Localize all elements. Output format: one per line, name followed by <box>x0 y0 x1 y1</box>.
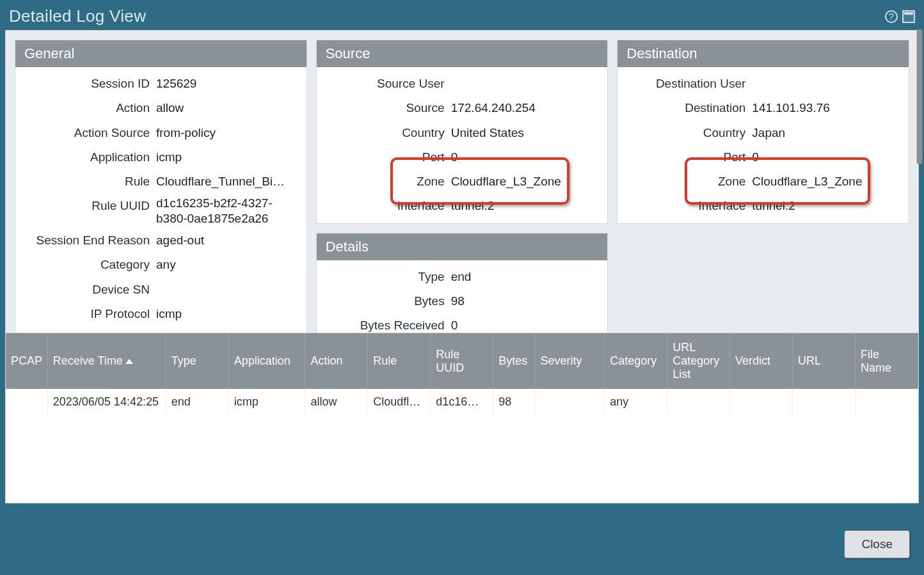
kv-value: 125629 <box>156 74 300 94</box>
table-cell: end <box>166 389 228 415</box>
table-cell: d1c16… <box>431 389 493 415</box>
panel-title-general: General <box>15 40 307 67</box>
kv-value: Cloudflare_Tunnel_Bi… <box>156 171 300 192</box>
panel-title-destination: Destination <box>617 40 909 67</box>
kv-label: Action <box>15 98 150 118</box>
kv-value: 0 <box>752 147 902 168</box>
table-header[interactable]: Application <box>228 333 305 389</box>
kv-value: 0 <box>451 147 601 168</box>
kv-label: Session ID <box>15 74 150 94</box>
table-cell <box>855 389 918 415</box>
panel-details: Details TypeendBytes98Bytes Received0 <box>316 233 609 333</box>
kv-label: Zone <box>617 171 745 192</box>
table-header[interactable]: Rule <box>368 333 431 389</box>
kv-label: Type <box>317 267 445 287</box>
table-header[interactable]: File Name <box>855 333 918 389</box>
kv-label: Interface <box>617 196 745 216</box>
kv-label: Category <box>15 255 150 275</box>
kv-label: Interface <box>317 196 445 216</box>
kv-label: Source User <box>317 74 445 94</box>
table-header[interactable]: Action <box>305 333 368 389</box>
kv-label: Session End Reason <box>15 230 150 251</box>
table-header[interactable]: Type <box>166 333 228 389</box>
panel-general: General Session ID125629ActionallowActio… <box>15 40 307 333</box>
table-cell: 98 <box>493 389 535 415</box>
table-header[interactable]: URL Category List <box>667 333 730 389</box>
kv-label: Destination User <box>617 74 745 94</box>
table-cell <box>535 389 605 415</box>
table-header[interactable]: Severity <box>535 333 605 389</box>
kv-label: Bytes <box>317 291 445 311</box>
panel-title-details: Details <box>317 233 608 260</box>
table-cell: any <box>605 389 667 415</box>
table-cell: 2023/06/05 14:42:25 <box>47 389 166 415</box>
table-cell <box>793 389 856 415</box>
table-header[interactable]: Bytes <box>493 333 535 389</box>
kv-label: Country <box>317 123 445 143</box>
kv-value: 98 <box>451 291 601 311</box>
modal-header: Detailed Log View ? <box>0 0 924 30</box>
kv-value: icmp <box>156 304 300 324</box>
panel-source: Source Source UserSource172.64.240.254Co… <box>316 40 609 224</box>
kv-label: Log Action <box>15 328 150 333</box>
kv-label: Country <box>617 123 745 143</box>
table-cell: icmp <box>228 389 305 415</box>
table-cell <box>6 389 47 415</box>
kv-value: United States <box>451 123 601 143</box>
kv-value: from-policy <box>156 123 300 143</box>
kv-label: Port <box>617 147 745 168</box>
table-header[interactable]: Verdict <box>730 333 793 389</box>
kv-value: tunnel.2 <box>752 196 902 216</box>
kv-value: 0 <box>451 315 601 333</box>
kv-label: Zone <box>317 171 445 192</box>
modal-footer: Close <box>844 530 910 558</box>
kv-value: any <box>156 255 300 275</box>
svg-text:?: ? <box>889 12 894 22</box>
log-table[interactable]: PCAPReceive TimeTypeApplicationActionRul… <box>6 333 918 503</box>
panels-area: General Session ID125629ActionallowActio… <box>6 31 918 333</box>
help-icon[interactable]: ? <box>884 10 898 24</box>
table-cell: Cloudfl… <box>368 389 431 415</box>
kv-value: tunnel.2 <box>451 196 601 216</box>
table-cell: allow <box>305 389 368 415</box>
kv-label: Rule <box>15 171 150 192</box>
kv-value: aged-out <box>156 230 300 251</box>
kv-value <box>156 280 300 300</box>
kv-value: end <box>451 267 601 287</box>
kv-value: allow <box>156 98 300 118</box>
kv-label: IP Protocol <box>15 304 150 324</box>
kv-label: Port <box>317 147 445 168</box>
kv-label: Bytes Received <box>317 315 445 333</box>
table-header[interactable]: Receive Time <box>47 333 166 389</box>
kv-value: Japan <box>752 123 902 143</box>
panel-destination: Destination Destination UserDestination1… <box>617 40 909 224</box>
kv-value <box>156 328 300 333</box>
scrollbar[interactable] <box>916 29 923 164</box>
kv-label: Action Source <box>15 123 150 143</box>
kv-value: Cloudflare_L3_Zone <box>752 171 902 192</box>
kv-value: 141.101.93.76 <box>752 98 902 118</box>
maximize-icon[interactable] <box>902 10 915 23</box>
kv-value: icmp <box>156 147 300 168</box>
table-header[interactable]: PCAP <box>6 333 47 389</box>
kv-value <box>752 74 902 94</box>
kv-label: Destination <box>617 98 745 118</box>
kv-label: Rule UUID <box>15 196 150 226</box>
table-header[interactable]: Category <box>605 333 667 389</box>
kv-label: Application <box>15 147 150 168</box>
panel-title-source: Source <box>317 40 608 67</box>
table-cell <box>667 389 730 415</box>
kv-value: 172.64.240.254 <box>451 98 601 118</box>
kv-label: Source <box>317 98 445 118</box>
close-button[interactable]: Close <box>844 530 910 558</box>
table-header[interactable]: URL <box>793 333 856 389</box>
kv-value: d1c16235-b2f2-4327-b380-0ae1875e2a26 <box>156 196 300 226</box>
table-header[interactable]: Rule UUID <box>431 333 493 389</box>
kv-label: Device SN <box>15 280 150 300</box>
kv-value <box>451 74 601 94</box>
kv-value: Cloudflare_L3_Zone <box>451 171 601 192</box>
sort-asc-icon <box>125 359 133 364</box>
table-cell <box>730 389 793 415</box>
table-row[interactable]: 2023/06/05 14:42:25endicmpallowCloudfl…d… <box>6 389 918 415</box>
workspace: General Session ID125629ActionallowActio… <box>5 30 919 503</box>
